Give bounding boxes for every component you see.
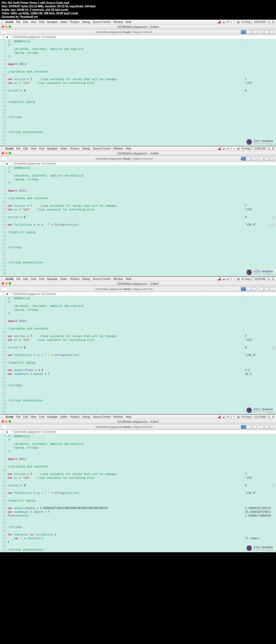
code-line[interactable]: // EDUMobile1	[8, 435, 244, 438]
code-line[interactable]: variables, constants, implicit and expli…	[8, 47, 244, 51]
standard-editor-button[interactable]	[241, 287, 246, 291]
bluetooth-icon[interactable]: ᛒ	[230, 21, 232, 23]
wifi-icon[interactable]: ⌔	[234, 415, 235, 418]
code-line[interactable]	[8, 212, 244, 215]
quicklook-icon[interactable]	[270, 224, 272, 226]
menu-find[interactable]: Find	[39, 21, 44, 23]
app-name[interactable]: Xcode	[5, 277, 13, 280]
code-line[interactable]	[8, 487, 244, 491]
code-line[interactable]: */	[8, 450, 244, 453]
code-line[interactable]	[8, 85, 244, 89]
jump-bar-back-icon[interactable]: ◀	[6, 293, 8, 295]
clock-time[interactable]: 10:09 AM	[254, 277, 265, 280]
bluetooth-icon[interactable]: ᛒ	[230, 415, 232, 418]
code-line[interactable]	[8, 469, 244, 472]
code-editor[interactable]: // EDUMobile1/* variables, constants, im…	[8, 166, 244, 276]
version-editor-button[interactable]	[252, 30, 257, 34]
code-line[interactable]: var version = 7 //use variables for valu…	[8, 204, 244, 208]
related-items-icon[interactable]	[2, 162, 5, 165]
menu-help[interactable]: Help	[126, 415, 131, 418]
clock-day[interactable]: Fri Aug 1	[242, 415, 253, 418]
code-line[interactable]	[8, 123, 244, 127]
dropbox-icon[interactable]: ☁	[222, 21, 225, 23]
spotlight-icon[interactable]: 🔍	[267, 277, 270, 280]
apple-menu-icon[interactable]: 	[2, 277, 3, 281]
zoom-button[interactable]	[9, 282, 11, 285]
code-line[interactable]: // EDUMobile1	[8, 297, 244, 300]
code-line[interactable]	[8, 104, 244, 108]
code-line[interactable]: var amount:Double = 3.456892672987239874…	[8, 506, 244, 510]
clock-day[interactable]: Fri Aug 1	[242, 21, 253, 23]
menu-help[interactable]: Help	[126, 147, 131, 150]
spotlight-icon[interactable]: 🔍	[267, 147, 270, 150]
minimize-button[interactable]	[5, 420, 8, 423]
code-line[interactable]: //variables and constants	[8, 196, 244, 200]
menu-source-control[interactable]: Source Control	[93, 415, 111, 418]
code-line[interactable]: //explicit typing	[8, 100, 244, 104]
standard-editor-button[interactable]	[241, 157, 246, 161]
toggle-debug-button[interactable]	[264, 425, 269, 429]
code-line[interactable]	[8, 521, 244, 525]
menu-edit[interactable]: Edit	[23, 147, 28, 150]
zoom-button[interactable]	[9, 25, 11, 28]
version-editor-button[interactable]	[252, 287, 257, 291]
volume-icon[interactable]: 🔊	[237, 277, 240, 280]
code-line[interactable]	[8, 185, 244, 189]
code-line[interactable]	[8, 323, 244, 327]
code-line[interactable]	[8, 200, 244, 204]
code-line[interactable]	[8, 395, 244, 399]
code-line[interactable]	[8, 93, 244, 96]
code-line[interactable]	[8, 127, 244, 130]
code-line[interactable]	[8, 342, 244, 346]
menu-editor[interactable]: Editor	[60, 277, 67, 280]
code-line[interactable]: var fullVersion = os + " " + String(vers…	[8, 491, 244, 495]
code-line[interactable]	[8, 380, 244, 384]
menu-help[interactable]: Help	[126, 277, 131, 280]
sync-icon[interactable]: ⟳	[227, 21, 229, 23]
notification-center-icon[interactable]: ☰	[272, 277, 274, 280]
code-line[interactable]: typing, strings	[8, 178, 244, 181]
menu-navigate[interactable]: Navigate	[47, 147, 57, 150]
code-line[interactable]	[8, 234, 244, 238]
quicklook-icon[interactable]	[272, 484, 275, 487]
code-line[interactable]	[8, 480, 244, 484]
code-line[interactable]: var version = 7 //use variables for valu…	[8, 77, 244, 81]
code-line[interactable]: var version = 7 //use variables for valu…	[8, 472, 244, 476]
volume-icon[interactable]: 🔊	[237, 415, 240, 418]
code-line[interactable]	[8, 193, 244, 196]
code-line[interactable]: /*	[8, 300, 244, 304]
menu-source-control[interactable]: Source Control	[93, 277, 111, 280]
dropbox-icon[interactable]: ☁	[222, 277, 225, 280]
code-line[interactable]: version = 8	[8, 484, 244, 487]
zoom-button[interactable]	[9, 420, 11, 423]
minimize-button[interactable]	[5, 25, 8, 28]
clock-day[interactable]: Fri Aug 1	[242, 277, 253, 280]
wifi-icon[interactable]: ⌔	[234, 147, 235, 150]
wifi-icon[interactable]: ⌔	[234, 277, 235, 280]
code-line[interactable]	[8, 134, 244, 138]
code-line[interactable]: //variables and constants	[8, 465, 244, 469]
code-line[interactable]	[8, 272, 244, 276]
menu-file[interactable]: File	[16, 415, 20, 418]
code-line[interactable]	[8, 402, 244, 406]
app-name[interactable]: Xcode	[5, 415, 13, 418]
code-line[interactable]	[8, 257, 244, 261]
volume-icon[interactable]: 🔊	[237, 147, 240, 150]
toggle-utilities-button[interactable]	[270, 157, 274, 161]
menu-source-control[interactable]: Source Control	[93, 147, 111, 150]
code-line[interactable]: //strings	[8, 384, 244, 387]
code-line[interactable]: */	[8, 55, 244, 59]
code-line[interactable]: //variables and constants	[8, 327, 244, 331]
volume-icon[interactable]: 🔊	[237, 21, 240, 23]
menu-debug[interactable]: Debug	[82, 147, 90, 150]
code-line[interactable]: //strings	[8, 525, 244, 529]
code-line[interactable]: Float(amount)	[8, 514, 244, 518]
value-history-icon[interactable]	[272, 224, 275, 226]
bluetooth-icon[interactable]: ᛒ	[230, 277, 232, 280]
code-line[interactable]: for character in fullVersion {	[8, 533, 244, 537]
code-line[interactable]: //variables and constants	[8, 70, 244, 74]
toggle-utilities-button[interactable]	[270, 425, 274, 429]
minimize-button[interactable]	[5, 282, 8, 285]
app-name[interactable]: Xcode	[5, 21, 13, 23]
code-editor[interactable]: // EDUMobile1/* variables, constants, im…	[8, 296, 244, 414]
